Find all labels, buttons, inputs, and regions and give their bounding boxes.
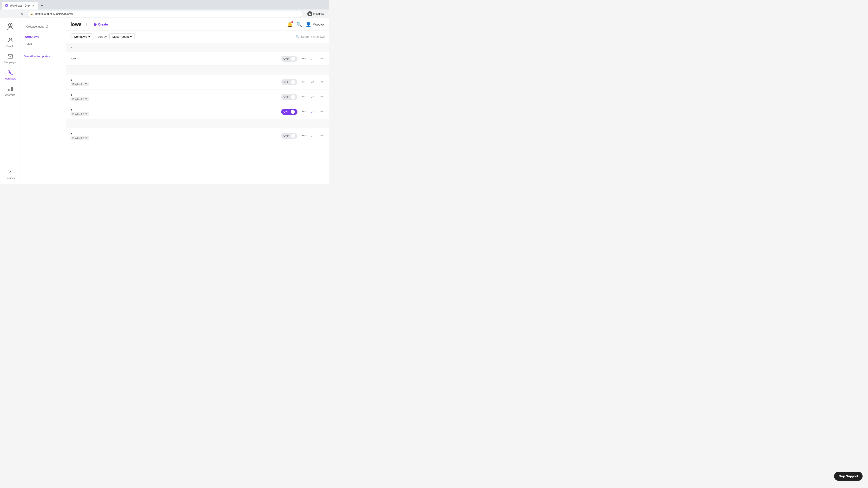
dropdown-divider (24, 50, 62, 50)
chevron-right-icon[interactable]: › (70, 68, 71, 72)
workflow-toggle-4[interactable]: ON (281, 109, 298, 115)
svg-rect-11 (11, 87, 12, 91)
toggle-off-label-3: OFF (283, 95, 289, 98)
workflow-group-header-5[interactable]: › (66, 119, 329, 128)
sidebar-item-settings[interactable]: Settings (1, 166, 20, 182)
workflow-list: ▾ low OFF ••• (66, 43, 329, 184)
search-button[interactable]: 🔍 (296, 22, 302, 27)
create-plus-icon: ⊕ (93, 22, 97, 27)
analytics-icon-4[interactable] (310, 109, 315, 115)
main-content: lows | ⊕ Create 🔔 🔍 👤 Moodjoy (66, 18, 329, 184)
search-box[interactable]: 🔍 Search Workflows (296, 35, 324, 38)
back-button[interactable]: ← (3, 11, 8, 17)
sidebar-workflows-label: Workflows (4, 77, 16, 80)
sort-dropdown[interactable]: Most Recent ▾ (110, 33, 135, 40)
svg-rect-10 (10, 88, 11, 91)
analytics-icon-1[interactable] (310, 56, 315, 61)
workflow-toggle-3[interactable]: OFF (281, 94, 298, 100)
edit-icon-3[interactable]: ✏ (319, 94, 324, 100)
filter-dropdown[interactable]: Workflows ▾ (70, 33, 93, 40)
svg-point-3 (10, 24, 11, 26)
people-icon (7, 37, 14, 44)
sort-value: Most Recent (112, 35, 129, 38)
more-options-4[interactable]: ••• (301, 109, 307, 115)
notification-button[interactable]: 🔔 (287, 22, 293, 27)
app-logo[interactable] (5, 21, 16, 32)
toggle-circle-1 (291, 57, 295, 61)
workflow-toggle-5[interactable]: OFF (281, 133, 298, 139)
chevron-right-icon-5[interactable]: › (70, 122, 71, 125)
collapse-menu-label: Collapse menu (26, 25, 44, 28)
table-row: s Playbook 101 ON ••• ✏ (66, 104, 329, 119)
toggle-off-label-1: OFF (283, 57, 289, 60)
more-options-2[interactable]: ••• (301, 79, 307, 85)
toggle-off-label-2: OFF (283, 80, 289, 84)
svg-point-4 (9, 38, 10, 40)
workflow-toggle-1[interactable]: OFF (281, 56, 298, 62)
toggle-off-label-5: OFF (283, 134, 289, 137)
workflow-tag-4: Playbook 101 (70, 112, 89, 116)
workflow-name-5: s (70, 131, 281, 135)
sidebar: People Campaigns Workflows (0, 18, 21, 184)
campaigns-icon (7, 53, 14, 60)
collapse-menu-button[interactable]: Collapse menu ⊙ (24, 24, 51, 30)
create-label: Create (98, 23, 108, 26)
svg-point-12 (10, 171, 11, 173)
sort-label: Sort by (97, 35, 107, 38)
dropdown-panel: Collapse menu ⊙ Workflows Rules Workflow… (21, 18, 66, 184)
edit-icon-5[interactable]: ✏ (319, 133, 324, 138)
workflow-toggle-2[interactable]: OFF (281, 79, 298, 85)
workflow-name-1: low (70, 57, 281, 60)
svg-point-1 (309, 13, 310, 14)
more-options-1[interactable]: ••• (301, 56, 307, 61)
tab-close-button[interactable]: ✕ (32, 4, 35, 7)
more-options-3[interactable]: ••• (301, 94, 307, 100)
sidebar-item-people[interactable]: People (1, 34, 20, 50)
page-title: lows (70, 22, 82, 27)
table-row: low OFF ••• ✏ (66, 52, 329, 66)
top-header: lows | ⊕ Create 🔔 🔍 👤 Moodjoy (66, 18, 329, 31)
create-button[interactable]: ⊕ Create (91, 21, 111, 28)
dropdown-workflow-templates[interactable]: Workflow templates (21, 53, 66, 60)
more-options-5[interactable]: ••• (301, 133, 307, 138)
analytics-icon-2[interactable] (310, 79, 315, 85)
search-placeholder: Search Workflows (301, 35, 324, 38)
table-row: s Playbook 101 OFF ••• ✏ (66, 90, 329, 104)
workflow-tag-3: Playbook 101 (70, 97, 89, 101)
sidebar-item-campaigns[interactable]: Campaigns (1, 51, 20, 66)
workflow-group-header-1[interactable]: ▾ (66, 43, 329, 52)
reload-button[interactable]: ✕ (19, 11, 25, 17)
toggle-circle-5 (291, 134, 295, 138)
toolbar: Workflows ▾ Sort by Most Recent ▾ 🔍 Sear… (66, 31, 329, 43)
edit-icon-4[interactable]: ✏ (319, 109, 324, 115)
settings-icon (7, 168, 14, 176)
analytics-icon-5[interactable] (310, 133, 315, 138)
url-text: getdrip.com/7641396/workflows (35, 12, 73, 15)
incognito-icon (307, 11, 312, 16)
workflow-group-header-2[interactable]: › (66, 66, 329, 74)
analytics-icon-3[interactable] (310, 94, 315, 100)
dropdown-rules[interactable]: Rules (21, 40, 66, 47)
table-row: s Playbook 101 OFF ••• ✏ (66, 74, 329, 90)
sidebar-item-workflows[interactable]: Workflows (1, 67, 20, 82)
toggle-circle-3 (291, 95, 295, 99)
toggle-on-label-4: ON (283, 110, 287, 113)
menu-button[interactable]: ⋮ (320, 11, 327, 17)
sort-chevron-icon: ▾ (130, 35, 132, 38)
sidebar-item-analytics[interactable]: Analytics (1, 83, 20, 98)
forward-button[interactable]: → (11, 11, 17, 17)
chevron-down-icon[interactable]: ▾ (70, 46, 72, 49)
edit-icon-2[interactable]: ✏ (319, 79, 324, 85)
new-tab-button[interactable]: + (39, 2, 45, 9)
profile-button[interactable]: Incognito (313, 11, 319, 17)
search-icon: 🔍 (296, 35, 299, 38)
workflow-tag-2: Playbook 101 (70, 83, 89, 86)
address-bar[interactable]: 🔒 getdrip.com/7641396/workflows (27, 11, 303, 17)
dropdown-workflows[interactable]: Workflows (21, 33, 66, 40)
user-icon: 👤 (306, 22, 311, 27)
edit-icon-1[interactable]: ✏ (319, 56, 324, 61)
toggle-circle-2 (291, 80, 295, 84)
lock-icon: 🔒 (30, 12, 33, 15)
active-tab[interactable]: Workflows · Drip ✕ (2, 2, 38, 9)
user-menu[interactable]: 👤 Moodjoy (306, 22, 324, 27)
